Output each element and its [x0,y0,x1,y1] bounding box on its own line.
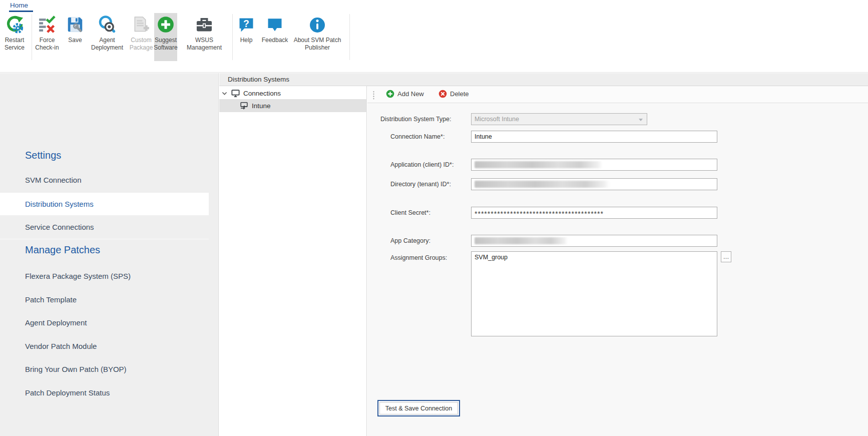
svm-patch-publisher-window: Home Restart Service [0,0,868,436]
sidebar-item-vendor-patch-module[interactable]: Vendor Patch Module [0,337,209,354]
force-check-in-label: Force Check-in [35,37,59,51]
sidebar-item-service-connections[interactable]: Service Connections [0,218,209,235]
application-client-id-label: Application (client) ID*: [390,161,454,168]
content-header: Distribution Systems [219,73,868,86]
distribution-system-type-select[interactable]: Microsoft Intune [471,113,647,125]
help-button[interactable]: ? Help [235,13,257,61]
sidebar-item-agent-deployment[interactable]: Agent Deployment [0,314,209,331]
tree-node-connections-label: Connections [243,90,281,97]
redacted-value [475,237,568,244]
monitor-icon [231,89,240,98]
chevron-down-icon[interactable] [221,90,228,97]
content-header-title: Distribution Systems [228,76,289,83]
suggest-software-label: Suggest Software [154,37,177,51]
sidebar-item-patch-template[interactable]: Patch Template [0,291,209,308]
sidebar-section-settings: Settings [25,150,61,161]
sidebar-item-svm-connection[interactable]: SVM Connection [0,171,209,188]
add-icon [386,90,394,98]
directory-tenant-id-input[interactable] [471,178,717,190]
add-new-button[interactable]: Add New [386,90,424,98]
agent-deployment-icon [98,13,117,34]
ribbon-separator [232,14,233,60]
custom-package-label: Custom Package [130,37,153,51]
client-secret-label: Client Secret*: [390,209,430,216]
ellipsis-icon: … [723,253,729,260]
sidebar-item-patch-deployment-status[interactable]: Patch Deployment Status [0,384,209,401]
agent-deployment-label: Agent Deployment [91,37,123,51]
help-icon: ? [237,13,255,34]
feedback-icon [266,13,284,34]
restart-service-button[interactable]: Restart Service [0,13,29,61]
sidebar-divider [0,239,209,239]
help-label: Help [240,37,253,44]
feedback-button[interactable]: Feedback [258,13,291,61]
sidebar-item-distribution-systems[interactable]: Distribution Systems [0,193,209,215]
tab-home[interactable]: Home [10,2,28,9]
redacted-value [475,181,610,188]
force-check-in-icon [38,13,57,34]
add-new-label: Add New [397,90,424,98]
app-category-input[interactable] [471,235,717,247]
wsus-management-label: WSUS Management [187,37,222,51]
assignment-groups-label: Assignment Groups: [390,254,447,261]
tree-node-intune-label: Intune [252,102,271,110]
about-svm-patch-publisher-button[interactable]: About SVM Patch Publisher [292,13,342,61]
chevron-down-icon [639,119,643,121]
distribution-system-type-label: Distribution System Type: [380,116,452,123]
application-client-id-input[interactable] [471,159,717,171]
tree-node-connections[interactable]: Connections [221,87,366,99]
app-category-label: App Category: [390,237,430,244]
custom-package-icon [132,13,151,34]
info-icon [308,13,326,34]
suggest-software-button[interactable]: Suggest Software [154,13,177,61]
about-label: About SVM Patch Publisher [294,37,341,51]
restart-service-icon [5,13,24,34]
save-button[interactable]: Save [63,13,87,61]
restart-service-label: Restart Service [5,37,25,51]
feedback-label: Feedback [262,37,288,44]
client-secret-input[interactable]: **************************************** [471,207,717,219]
assignment-groups-textarea[interactable]: SVM_group [471,251,717,336]
agent-deployment-button[interactable]: Agent Deployment [86,13,128,61]
save-label: Save [68,37,82,44]
distribution-connection-icon [239,101,249,111]
delete-button[interactable]: Delete [439,90,469,98]
sidebar-item-bring-your-own-patch[interactable]: Bring Your Own Patch (BYOP) [0,360,209,377]
ribbon-separator [349,14,350,60]
suggest-software-icon [156,13,175,34]
custom-package-button: Custom Package [128,13,154,61]
connections-tree-panel [219,86,367,436]
tree-node-intune[interactable]: Intune [219,99,367,112]
wsus-management-button[interactable]: WSUS Management [178,13,230,61]
tab-home-underline [9,11,33,12]
connection-name-label: Connection Name*: [390,133,445,140]
test-and-save-connection-button[interactable]: Test & Save Connection [377,400,460,416]
delete-icon [439,90,447,98]
settings-sidebar: Settings SVM Connection Distribution Sys… [0,73,219,436]
assignment-groups-browse-button[interactable]: … [721,251,731,262]
directory-tenant-id-label: Directory (tenant) ID*: [390,181,451,188]
connection-name-input[interactable]: Intune [471,131,717,143]
sidebar-section-manage-patches: Manage Patches [25,244,100,256]
save-icon [66,13,85,34]
toolbar-grip-handle[interactable] [373,91,374,100]
delete-label: Delete [450,90,469,98]
wsus-management-icon [195,13,214,34]
ribbon: Home Restart Service [0,0,868,73]
redacted-value [475,161,603,168]
force-check-in-button[interactable]: Force Check-in [32,13,62,61]
svg-text:?: ? [243,18,249,29]
sidebar-item-flexera-package-system[interactable]: Flexera Package System (SPS) [0,267,209,284]
